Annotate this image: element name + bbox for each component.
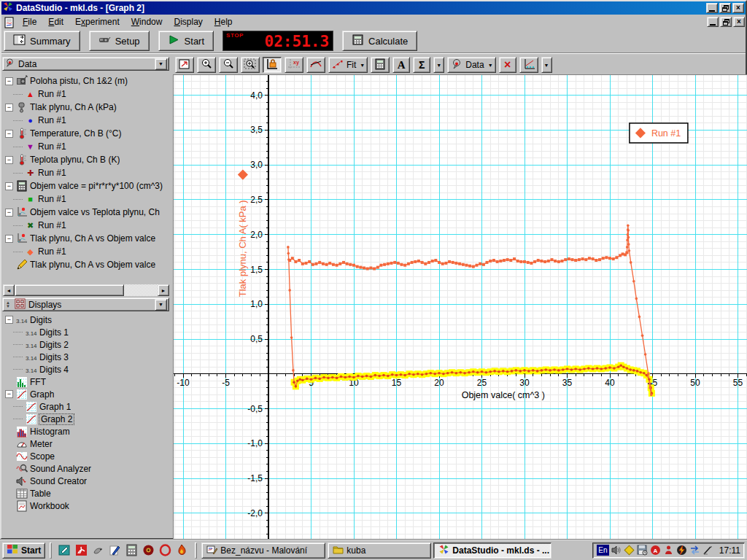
fit-button[interactable]: Fit ▼ xyxy=(328,57,368,73)
tree-item-graph-1[interactable]: Graph 1 xyxy=(3,400,169,413)
task-button-datastudio-mkl-ds[interactable]: DataStudio - mkl.ds - ... xyxy=(433,542,551,559)
graph-settings-button[interactable] xyxy=(519,57,538,73)
collapse-icon[interactable]: − xyxy=(5,209,13,217)
mdi-close-button[interactable]: × xyxy=(733,17,745,27)
data-panel-header[interactable]: Data ▼ xyxy=(2,57,169,71)
tree-item-graph[interactable]: −Graph xyxy=(3,388,169,400)
data-button[interactable]: Data ▼ xyxy=(447,57,495,73)
tree-item-objem-valce-pi-r-r-y-100-cm-3[interactable]: −Objem valce = pi*r*r*y*100 (cm^3) xyxy=(3,179,169,192)
graph-calculate-button[interactable] xyxy=(371,57,390,73)
tray-security-icon[interactable] xyxy=(663,545,675,556)
statistics-dropdown-button[interactable]: ▼ xyxy=(433,57,444,73)
displays-panel-header[interactable]: ▲▼ Displays ▼ xyxy=(2,298,169,311)
tree-item-run-1[interactable]: ✖Run #1 xyxy=(3,219,169,232)
task-button-bez-n-zvu-malov-n[interactable]: Bez_názvu - Malování xyxy=(201,542,325,559)
scroll-left-button[interactable]: ◄ xyxy=(3,284,15,296)
quick-launch-notes-icon[interactable] xyxy=(56,542,73,559)
tree-item-digits-2[interactable]: 3.14Digits 2 xyxy=(3,338,169,351)
tree-item-tlak-plynu-ch-a-vs-objem-valce[interactable]: −xTlak plynu, Ch A vs Objem valce xyxy=(3,232,169,245)
mdi-restore-button[interactable] xyxy=(720,17,732,27)
tree-item-digits-3[interactable]: 3.14Digits 3 xyxy=(3,351,169,363)
graph-plot[interactable]: -10-5510152025303540455055-2,0-1,5-1,0-0… xyxy=(174,75,747,540)
quick-launch-ink-pen-icon[interactable] xyxy=(107,542,123,559)
quick-launch-opera-icon[interactable] xyxy=(157,542,174,559)
collapse-icon[interactable]: − xyxy=(5,156,13,164)
quick-launch-acrobat-icon[interactable] xyxy=(73,542,90,559)
tray-scheduler-icon[interactable] xyxy=(624,545,635,556)
tree-item-meter[interactable]: Meter xyxy=(3,438,169,450)
slope-tool-button[interactable] xyxy=(306,57,325,73)
menu-file[interactable]: File xyxy=(17,16,42,28)
displays-panel-dropdown-button[interactable]: ▼ xyxy=(155,299,167,311)
quick-launch-flame-icon[interactable] xyxy=(174,542,190,559)
tree-item-run-1[interactable]: ▲Run #1 xyxy=(3,88,169,101)
menu-display[interactable]: Display xyxy=(168,16,208,28)
scale-to-fit-button[interactable] xyxy=(175,57,194,73)
smart-tool-button[interactable] xyxy=(263,57,282,73)
tree-item-digits[interactable]: −3.14Digits xyxy=(3,314,169,326)
minimize-button[interactable] xyxy=(706,3,718,13)
menu-edit[interactable]: Edit xyxy=(42,16,69,28)
tree-item-scope[interactable]: Scope xyxy=(3,450,169,462)
quick-launch-media-icon[interactable] xyxy=(140,542,157,559)
tree-item-workbook[interactable]: Workbook xyxy=(3,499,169,512)
tree-item-run-1[interactable]: ●Run #1 xyxy=(3,114,169,127)
statistics-button[interactable]: Σ xyxy=(413,57,430,73)
tree-item-fft[interactable]: FFT xyxy=(3,376,169,388)
tree-item-poloha-pistu-ch-1-2-m[interactable]: −Poloha pistu, Ch 1&2 (m) xyxy=(3,74,169,88)
tree-item-sound-analyzer[interactable]: Sound Analyzer xyxy=(3,462,169,475)
tray-pen-icon[interactable] xyxy=(703,545,714,556)
menu-help[interactable]: Help xyxy=(209,16,239,28)
tree-item-teplota-plynu-ch-b-k[interactable]: −Teplota plynu, Ch B (K) xyxy=(3,153,169,166)
graph-display-area[interactable]: -10-5510152025303540455055-2,0-1,5-1,0-0… xyxy=(173,74,747,539)
zoom-out-button[interactable] xyxy=(219,57,238,73)
start-menu-button[interactable]: Start xyxy=(2,542,45,559)
tree-item-tlak-plynu-ch-a-kpa[interactable]: −Tlak plynu, Ch A (kPa) xyxy=(3,101,169,114)
quick-launch-calculator-icon[interactable] xyxy=(123,542,140,559)
calculate-button[interactable]: Calculate xyxy=(342,31,417,51)
menu-experiment[interactable]: Experiment xyxy=(69,16,125,28)
language-indicator[interactable]: En xyxy=(597,545,609,556)
tree-item-sound-creator[interactable]: Sound Creator xyxy=(3,475,169,487)
tree-item-graph-2[interactable]: Graph 2 xyxy=(3,413,169,425)
tree-item-histogram[interactable]: Histogram xyxy=(3,425,169,438)
tray-disk-icon[interactable] xyxy=(637,545,649,556)
tray-ati-icon[interactable]: A xyxy=(650,545,662,556)
text-tool-button[interactable]: A xyxy=(392,57,410,73)
tree-item-run-1[interactable]: ■Run #1 xyxy=(3,192,169,206)
quick-launch-bird-icon[interactable] xyxy=(90,542,107,559)
tree-item-digits-4[interactable]: 3.14Digits 4 xyxy=(3,363,169,376)
tree-item-run-1[interactable]: ✚Run #1 xyxy=(3,166,169,179)
collapse-icon[interactable]: − xyxy=(5,316,13,324)
start-button[interactable]: Start xyxy=(158,31,214,51)
xy-tool-button[interactable]: xy xyxy=(285,57,303,73)
data-tree-hscrollbar[interactable]: ◄ ► xyxy=(3,284,169,296)
tree-item-objem-valce-vs-teplota-plynu-ch[interactable]: −xObjem valce vs Teplota plynu, Ch xyxy=(3,206,169,219)
data-panel-dropdown-button[interactable]: ▼ xyxy=(155,58,167,70)
tray-power-icon[interactable] xyxy=(676,545,688,556)
tree-item-temperature-ch-b-c[interactable]: −Temperature, Ch B (°C) xyxy=(3,127,169,140)
collapse-icon[interactable]: − xyxy=(5,182,13,190)
collapse-icon[interactable]: − xyxy=(5,390,13,398)
tree-item-tlak-plynu-ch-a-vs-objem-valce[interactable]: Tlak plynu, Ch A vs Objem valce xyxy=(3,258,169,271)
summary-button[interactable]: Summary xyxy=(4,31,80,51)
mdi-minimize-button[interactable] xyxy=(707,17,719,27)
collapse-icon[interactable]: − xyxy=(5,104,13,112)
tree-item-run-1[interactable]: ▼Run #1 xyxy=(3,140,169,153)
graph-settings-dropdown-button[interactable]: ▼ xyxy=(541,57,552,73)
tray-speaker-icon[interactable] xyxy=(611,545,622,556)
scroll-right-button[interactable]: ► xyxy=(158,284,169,296)
zoom-select-button[interactable] xyxy=(241,57,260,73)
legend[interactable]: Run #1 xyxy=(630,123,688,143)
tree-item-table[interactable]: Table xyxy=(3,487,169,499)
setup-button[interactable]: Setup xyxy=(89,31,150,51)
scroll-thumb[interactable] xyxy=(15,284,124,296)
tree-item-digits-1[interactable]: 3.14Digits 1 xyxy=(3,326,169,338)
splitter-grip-icon[interactable]: ▲▼ xyxy=(4,301,12,308)
collapse-icon[interactable]: − xyxy=(5,77,13,85)
tree-item-run-1[interactable]: ◆Run #1 xyxy=(3,245,169,258)
collapse-icon[interactable]: − xyxy=(5,130,13,138)
task-button-kuba[interactable]: kuba xyxy=(328,542,431,559)
collapse-icon[interactable]: − xyxy=(5,235,13,243)
menu-window[interactable]: Window xyxy=(125,16,169,28)
